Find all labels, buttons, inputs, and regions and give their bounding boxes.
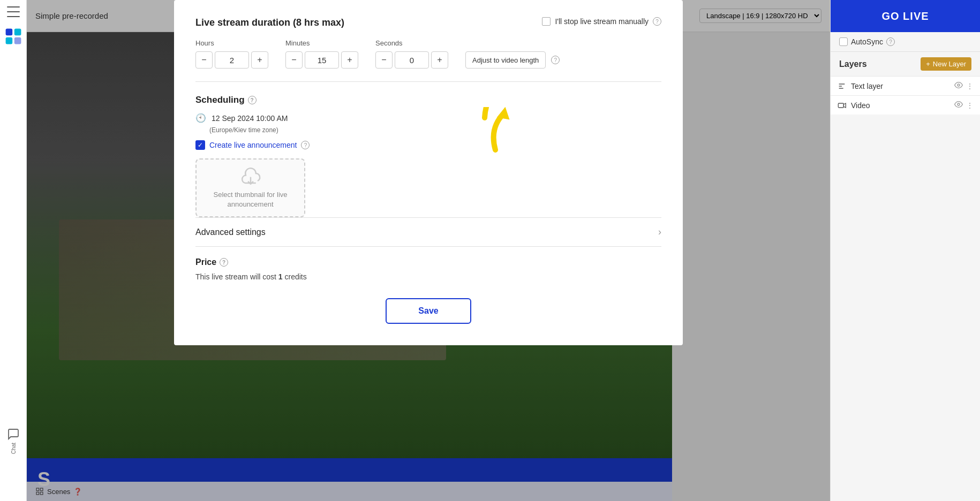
minutes-label: Minutes	[285, 39, 358, 47]
manual-stop-checkbox[interactable]	[542, 17, 551, 26]
layers-title: Layers	[839, 59, 867, 69]
logo-area	[3, 26, 24, 47]
announcement-label[interactable]: Create live announcement	[209, 141, 297, 149]
svg-rect-0	[5, 29, 12, 36]
seconds-decrement-btn[interactable]: −	[375, 51, 393, 69]
text-layer-visibility-btn[interactable]	[954, 81, 963, 91]
save-row: Save	[195, 298, 661, 324]
seconds-input[interactable]	[395, 51, 429, 69]
announcement-checkbox[interactable]: ✓	[195, 140, 205, 150]
seconds-control: − +	[375, 51, 448, 69]
right-panel: GO LIVE AutoSync ? Layers + New Layer Te…	[830, 0, 980, 501]
manual-stop-label: I'll stop live stream manually	[555, 17, 649, 26]
advanced-title: Advanced settings	[195, 227, 266, 237]
svg-rect-9	[838, 103, 843, 108]
price-title: Price ?	[195, 257, 661, 267]
adjust-help-icon[interactable]: ?	[551, 56, 560, 64]
video-layer-actions: ⋮	[954, 100, 974, 110]
thumbnail-text: Select thumbnail for live announcement	[197, 190, 304, 209]
timezone: (Europe/Kiev time zone)	[209, 126, 661, 134]
modal-overlay: I'll stop live stream manually ? Live st…	[27, 0, 830, 501]
seconds-increment-btn[interactable]: +	[431, 51, 448, 69]
chat-icon	[7, 428, 20, 441]
go-live-button[interactable]: GO LIVE	[831, 0, 980, 32]
video-icon	[838, 101, 846, 110]
arrows-svg	[420, 107, 549, 214]
scheduling-help-icon[interactable]: ?	[248, 96, 257, 104]
clock-icon: 🕙	[195, 113, 206, 123]
text-layer-more-btn[interactable]: ⋮	[966, 82, 974, 90]
hours-group: Hours − +	[195, 39, 268, 69]
video-layer-icon	[837, 101, 847, 110]
layer-item-video[interactable]: Video ⋮	[831, 95, 980, 115]
layer-item-text[interactable]: Text layer ⋮	[831, 76, 980, 95]
hours-input[interactable]	[215, 51, 249, 69]
manual-stop-help-icon[interactable]: ?	[653, 17, 661, 26]
autosync-checkbox[interactable]	[839, 37, 848, 46]
price-text: This live stream will cost 1 credits	[195, 272, 661, 281]
hours-increment-btn[interactable]: +	[251, 51, 268, 69]
announcement-help-icon[interactable]: ?	[301, 141, 310, 149]
thumbnail-upload-area[interactable]: Select thumbnail for live announcement	[195, 158, 305, 217]
time-inputs: Hours − + Minutes − + Seconds −	[195, 39, 661, 69]
video-layer-name: Video	[851, 101, 950, 110]
hours-control: − +	[195, 51, 268, 69]
adjust-control: Adjust to video length ?	[465, 51, 560, 69]
minutes-decrement-btn[interactable]: −	[285, 51, 303, 69]
minutes-group: Minutes − +	[285, 39, 358, 69]
minutes-control: − +	[285, 51, 358, 69]
divider-1	[195, 81, 661, 82]
chat-label: Chat	[11, 443, 17, 454]
price-credits: 1	[278, 272, 283, 281]
price-help-icon[interactable]: ?	[220, 258, 228, 267]
eye-icon-2	[954, 100, 963, 109]
modal-dialog: I'll stop live stream manually ? Live st…	[174, 0, 683, 345]
new-layer-label: New Layer	[933, 60, 966, 68]
svg-rect-1	[14, 29, 21, 36]
advanced-settings-row[interactable]: Advanced settings ›	[195, 217, 661, 247]
svg-rect-2	[5, 37, 12, 44]
layers-header: Layers + New Layer	[831, 52, 980, 76]
seconds-label: Seconds	[375, 39, 448, 47]
chevron-right-icon: ›	[658, 226, 661, 238]
video-layer-more-btn[interactable]: ⋮	[966, 101, 974, 110]
upload-cloud-icon	[240, 166, 261, 186]
svg-point-11	[958, 103, 960, 105]
hamburger-icon[interactable]	[7, 6, 20, 17]
text-layer-icon	[837, 81, 847, 91]
text-layer-actions: ⋮	[954, 81, 974, 91]
seconds-group: Seconds − +	[375, 39, 448, 69]
scheduling-title: Scheduling ?	[195, 95, 661, 105]
manual-stop-row: I'll stop live stream manually ?	[542, 17, 661, 26]
text-icon	[838, 82, 846, 90]
chat-sidebar-item[interactable]: Chat	[0, 423, 27, 458]
autosync-label: AutoSync	[851, 37, 883, 46]
save-button[interactable]: Save	[386, 298, 471, 324]
hours-decrement-btn[interactable]: −	[195, 51, 213, 69]
minutes-increment-btn[interactable]: +	[341, 51, 358, 69]
text-layer-name: Text layer	[851, 82, 950, 90]
adjust-btn[interactable]: Adjust to video length	[465, 51, 546, 69]
new-layer-button[interactable]: + New Layer	[921, 57, 971, 71]
app-logo	[4, 27, 23, 46]
eye-icon	[954, 81, 963, 89]
video-layer-visibility-btn[interactable]	[954, 100, 963, 110]
adjust-group: Adjust to video length ?	[465, 39, 560, 69]
autosync-help-icon[interactable]: ?	[886, 37, 895, 46]
minutes-input[interactable]	[305, 51, 339, 69]
price-section: Price ? This live stream will cost 1 cre…	[195, 247, 661, 281]
yellow-arrows-annotation	[420, 107, 549, 214]
announcement-row: ✓ Create live announcement ?	[195, 140, 661, 150]
autosync-row: AutoSync ?	[831, 32, 980, 52]
hours-label: Hours	[195, 39, 268, 47]
date-row: 🕙 12 Sep 2024 10:00 AM	[195, 113, 661, 123]
new-layer-icon: +	[926, 60, 930, 68]
svg-point-8	[958, 84, 960, 86]
left-sidebar: Chat	[0, 0, 27, 501]
svg-marker-10	[843, 103, 846, 108]
svg-rect-3	[14, 37, 21, 44]
date-value: 12 Sep 2024 10:00 AM	[212, 114, 288, 123]
